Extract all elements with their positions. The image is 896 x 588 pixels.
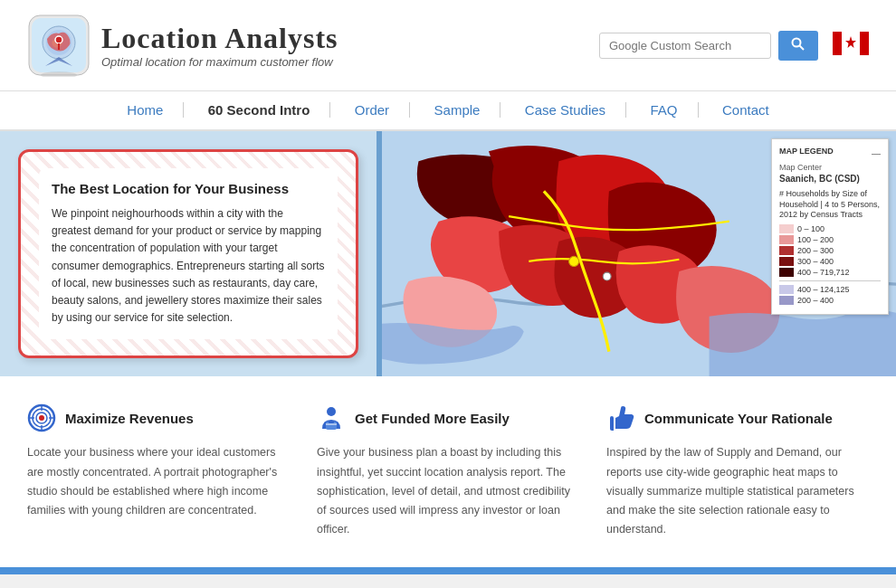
features-section: Maximize Revenues Locate your business w… [0,376,896,566]
legend-swatch-5 [779,268,794,277]
navigation: Home 60 Second Intro Order Sample Case S… [0,91,896,131]
legend-swatch-7 [779,296,794,305]
target-icon [27,403,56,432]
legend-label-6: 400 – 124,125 [797,285,850,294]
feature-maximize-title: Maximize Revenues [65,411,194,426]
legend-center-label: Map Center [779,163,881,172]
legend-label-5: 400 – 719,712 [797,268,850,277]
svg-rect-9 [833,32,842,55]
legend-label-2: 100 – 200 [797,235,834,244]
feature-maximize: Maximize Revenues Locate your business w… [27,403,290,539]
feature-funded-title: Get Funded More Easily [355,411,510,426]
feature-maximize-header: Maximize Revenues [27,403,290,432]
search-input[interactable] [599,33,771,59]
feature-communicate: Communicate Your Rationale Inspired by t… [606,403,869,539]
map-legend: MAP LEGEND — Map Center Saanich, BC (CSD… [771,138,889,315]
hero-section: The Best Location for Your Business We p… [0,131,896,376]
nav-item-case-studies[interactable]: Case Studies [505,102,626,118]
legend-label-4: 300 – 400 [797,257,834,266]
svg-point-15 [603,272,611,280]
feature-maximize-text: Locate your business where your ideal cu… [27,443,290,520]
header: Location Analysts Optimal location for m… [0,0,896,91]
logo-area: Location Analysts Optimal location for m… [27,14,338,77]
legend-item-1: 0 – 100 [779,224,881,233]
legend-swatch-1 [779,224,794,233]
bottom-bar [0,567,896,574]
legend-label-3: 200 – 300 [797,246,834,255]
nav-item-home[interactable]: Home [107,102,184,118]
feature-communicate-text: Inspired by the law of Supply and Demand… [606,443,869,539]
logo-icon [27,14,91,77]
hero-box: The Best Location for Your Business We p… [18,149,358,358]
legend-center-value: Saanich, BC (CSD) [779,174,881,184]
feature-funded-header: Get Funded More Easily [317,403,579,432]
nav-item-order[interactable]: Order [335,102,410,118]
person-icon [317,403,346,432]
svg-point-24 [327,407,336,416]
logo-text: Location Analysts Optimal location for m… [101,22,338,69]
feature-communicate-title: Communicate Your Rationale [644,411,833,426]
svg-point-4 [55,36,62,43]
legend-swatch-3 [779,246,794,255]
header-right [599,31,869,61]
nav-item-contact[interactable]: Contact [702,102,789,118]
hero-title: The Best Location for Your Business [52,181,325,196]
legend-item-2: 100 – 200 [779,235,881,244]
legend-swatch-4 [779,257,794,266]
svg-rect-27 [329,421,334,423]
svg-point-14 [568,256,578,266]
nav-item-faq[interactable]: FAQ [631,102,699,118]
site-subtitle: Optimal location for maximum customer fl… [101,55,338,69]
svg-line-8 [800,45,805,50]
hero-map: MAP LEGEND — Map Center Saanich, BC (CSD… [382,131,896,376]
nav-item-intro[interactable]: 60 Second Intro [188,102,331,118]
legend-swatch-6 [779,285,794,294]
feature-communicate-header: Communicate Your Rationale [606,403,869,432]
legend-item-3: 200 – 300 [779,246,881,255]
hero-description: We pinpoint neighourhoods within a city … [52,205,325,327]
legend-close-btn[interactable]: — [872,148,881,158]
canada-flag-icon [833,32,869,59]
legend-swatch-2 [779,235,794,244]
nav-item-sample[interactable]: Sample [415,102,501,118]
hero-text-panel: The Best Location for Your Business We p… [0,131,377,376]
hero-box-inner: The Best Location for Your Business We p… [39,168,338,339]
legend-item-7: 200 – 400 [779,296,881,305]
feature-funded: Get Funded More Easily Give your busines… [317,403,579,539]
legend-title: MAP LEGEND [779,147,834,156]
legend-label-1: 0 – 100 [797,224,825,233]
site-title: Location Analysts [101,22,338,55]
legend-divider [779,280,881,281]
search-button[interactable] [778,31,818,61]
legend-description: # Households by Size of Household | 4 to… [779,189,881,221]
svg-point-7 [793,38,801,46]
svg-point-19 [39,415,44,421]
legend-item-6: 400 – 124,125 [779,285,881,294]
legend-label-7: 200 – 400 [797,296,834,305]
thumbsup-icon [606,403,635,432]
legend-item-4: 300 – 400 [779,257,881,266]
svg-rect-11 [860,32,869,55]
feature-funded-text: Give your business plan a boast by inclu… [317,443,579,539]
legend-item-5: 400 – 719,712 [779,268,881,277]
